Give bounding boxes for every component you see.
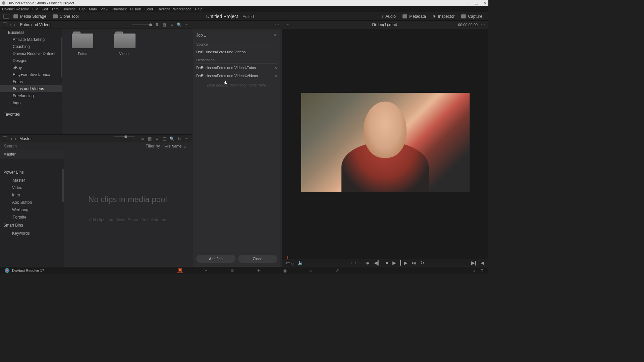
menu-item[interactable]: View	[100, 7, 108, 11]
media-page-icon[interactable]: ▣	[177, 268, 183, 273]
capture-toggle[interactable]: Capture	[459, 14, 485, 19]
edit-page-icon[interactable]: ≡	[229, 268, 235, 273]
menu-item[interactable]: File	[33, 7, 39, 11]
tree-item[interactable]: Affiliate Marketing	[0, 36, 62, 43]
bin-item[interactable]: ⌄Master	[0, 177, 64, 184]
settings-gear-icon[interactable]: ⚙	[480, 268, 484, 273]
thumb-size-slider[interactable]	[132, 24, 152, 25]
step-back-icon[interactable]: ◀▎	[374, 260, 381, 265]
mute-icon[interactable]: 🔈	[298, 260, 304, 265]
drop-hint[interactable]: Drop another destination folder here	[196, 80, 277, 90]
play-icon[interactable]: ▶	[392, 260, 396, 265]
menu-item[interactable]: Workspace	[173, 7, 192, 11]
more-icon[interactable]: ⋯	[275, 22, 279, 27]
stop-icon[interactable]: ■	[385, 260, 388, 265]
home-icon[interactable]: ⌂	[473, 268, 475, 273]
menu-item[interactable]: Timeline	[62, 7, 76, 11]
in-out-icon[interactable]: |◀	[479, 260, 484, 265]
nav-fwd-icon[interactable]: ›	[14, 22, 15, 27]
search-icon[interactable]: 🔍	[169, 136, 174, 141]
loop-icon[interactable]: ↻	[420, 260, 424, 265]
nav-fwd-icon[interactable]: ›	[15, 136, 16, 141]
tree-item[interactable]: Freelancing	[0, 92, 62, 99]
menu-item[interactable]: DaVinci Resolve	[2, 7, 29, 11]
tree-item-active[interactable]: Fotos und Videos	[0, 85, 62, 92]
bin-item[interactable]: Keywords	[0, 230, 64, 237]
destination-path[interactable]: D:\Business\Fotos und Videos\Videos✕	[196, 72, 277, 80]
minimize-button[interactable]: —	[466, 1, 470, 5]
grid-view-icon[interactable]: ▦	[162, 22, 167, 27]
nav-back-icon[interactable]: ‹	[10, 22, 11, 27]
viewer-timeline[interactable]	[282, 256, 488, 259]
audio-toggle[interactable]: ♪Audio	[379, 14, 398, 19]
tree-scrollbar[interactable]	[61, 37, 62, 77]
grid-view-icon[interactable]: ▦	[147, 136, 152, 141]
tree-item[interactable]: Etsy+creative fabrica	[0, 71, 62, 78]
tree-item[interactable]: Ingo	[0, 99, 62, 106]
jump-start-icon[interactable]: ⏮	[365, 260, 370, 265]
clone-button[interactable]: Clone	[238, 255, 277, 263]
fusion-page-icon[interactable]: ✦	[256, 268, 262, 273]
color-page-icon[interactable]: ◉	[282, 268, 288, 273]
folder-item[interactable]: Videos	[111, 34, 138, 56]
cut-page-icon[interactable]: ✂	[203, 268, 209, 273]
bin-item[interactable]: ›Fortnite	[0, 214, 64, 221]
media-storage-toggle[interactable]: Media Storage	[11, 14, 49, 19]
menu-item[interactable]: Playback	[112, 7, 127, 11]
mask-view-icon[interactable]: ▢	[162, 136, 167, 141]
search-icon[interactable]: 🔍	[177, 22, 181, 27]
menu-item[interactable]: Trim	[51, 7, 59, 11]
remove-dest-icon[interactable]: ✕	[274, 74, 277, 78]
thumb-size-slider[interactable]	[114, 136, 135, 137]
inspector-toggle[interactable]: ✷Inspector	[430, 14, 457, 19]
tree-item[interactable]: eBay	[0, 64, 62, 71]
more-icon[interactable]: ⋯	[184, 22, 189, 27]
match-frame-icon[interactable]: ▶|	[471, 260, 476, 265]
menu-item[interactable]: Fairlight	[157, 7, 170, 11]
tree-item[interactable]: Designs	[0, 57, 62, 64]
more-icon[interactable]: ⋯	[481, 22, 485, 27]
tree-item[interactable]: Fotos	[0, 78, 62, 85]
filter-select[interactable]: File Name ⌄	[162, 143, 187, 149]
add-job-button[interactable]: Add Job	[196, 255, 235, 263]
menu-item[interactable]: Clip	[79, 7, 86, 11]
fairlight-page-icon[interactable]: ♪	[308, 268, 314, 273]
close-job-icon[interactable]: ✕	[274, 33, 277, 38]
jump-end-icon[interactable]: ⏭	[412, 260, 416, 265]
search-input[interactable]	[4, 144, 146, 148]
layout-dropdown-icon[interactable]	[3, 14, 9, 19]
tree-root[interactable]: Business	[0, 29, 62, 36]
overlay-toggle-icon[interactable]: ▭⌄	[286, 260, 294, 265]
master-bin[interactable]: Master	[0, 150, 64, 159]
tree-item[interactable]: Coaching	[0, 43, 62, 50]
source-path[interactable]: D:\Business\Fotos und Videos	[196, 48, 277, 56]
close-button[interactable]: ✕	[483, 1, 486, 5]
clone-tool-toggle[interactable]: Clone Tool	[50, 14, 81, 19]
bin-item[interactable]: Abo Button	[0, 199, 64, 206]
remove-dest-icon[interactable]: ✕	[274, 66, 277, 70]
deliver-page-icon[interactable]: ↗	[334, 268, 340, 273]
step-fwd-icon[interactable]: ▎▶	[400, 260, 408, 265]
bin-scrollbar[interactable]	[62, 169, 64, 202]
zoom-fit-dropdown[interactable]: Fit⌄	[369, 22, 384, 28]
bin-item[interactable]: Intro	[0, 191, 64, 199]
panel-menu-icon[interactable]	[3, 22, 7, 27]
maximize-button[interactable]: ▢	[475, 1, 478, 5]
menu-item[interactable]: Color	[145, 7, 153, 11]
menu-item[interactable]: Edit	[42, 7, 48, 11]
strip-view-icon[interactable]: ▭	[140, 136, 145, 141]
bin-item[interactable]: Werbung	[0, 206, 64, 214]
menu-item[interactable]: Help	[195, 7, 203, 11]
playhead-icon[interactable]	[287, 256, 288, 259]
menu-item[interactable]: Mark	[89, 7, 97, 11]
more-icon[interactable]: ⋯	[285, 22, 289, 27]
sort-icon[interactable]: ⇅	[155, 22, 159, 27]
menu-item[interactable]: Fusion	[130, 7, 141, 11]
nav-back-icon[interactable]: ‹	[11, 136, 12, 141]
metadata-toggle[interactable]: Metadata	[400, 14, 429, 19]
bin-item[interactable]: Video	[0, 184, 64, 191]
filter-icon[interactable]: ⎘	[177, 136, 181, 141]
more-icon[interactable]: ⋯	[184, 136, 189, 141]
list-view-icon[interactable]: ≡	[155, 136, 159, 141]
tree-item[interactable]: Davinci Resolve Dateien	[0, 50, 62, 57]
